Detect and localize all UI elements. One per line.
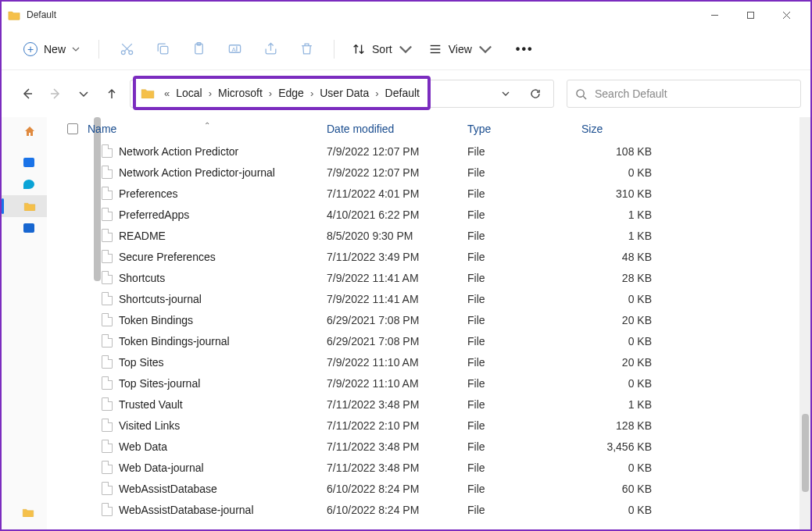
file-date: 7/9/2022 11:41 AM [327, 272, 467, 284]
select-all-checkbox[interactable] [67, 117, 88, 141]
table-row[interactable]: PreferredApps4/10/2021 6:22 PMFile1 KB [59, 204, 810, 225]
new-button[interactable]: + New [16, 37, 88, 61]
file-name-cell[interactable]: WebAssistDatabase [88, 482, 327, 495]
file-name: Visited Links [119, 419, 180, 432]
file-icon [102, 419, 113, 432]
table-row[interactable]: Token Bindings-journal6/29/2021 7:08 PMF… [59, 330, 810, 351]
paste-button[interactable] [182, 34, 215, 64]
file-name-cell[interactable]: Token Bindings [88, 313, 327, 326]
column-header-size[interactable]: Size [581, 117, 656, 141]
table-row[interactable]: WebAssistDatabase6/10/2022 8:24 PMFile60… [59, 478, 810, 499]
file-date: 8/5/2020 9:30 PM [327, 230, 467, 242]
table-row[interactable]: Trusted Vault7/11/2022 3:48 PMFile1 KB [59, 394, 810, 415]
file-name-cell[interactable]: Network Action Predictor-journal [88, 166, 327, 179]
address-dropdown-button[interactable] [492, 82, 519, 105]
file-size: 3,456 KB [581, 440, 656, 453]
nav-item[interactable] [2, 151, 47, 173]
back-button[interactable] [14, 80, 41, 107]
share-button[interactable] [254, 34, 287, 64]
table-row[interactable]: Shortcuts-journal7/9/2022 11:41 AMFile0 … [59, 288, 810, 309]
file-name-cell[interactable]: Visited Links [88, 419, 327, 432]
table-row[interactable]: Visited Links7/11/2022 2:10 PMFile128 KB [59, 415, 810, 436]
copy-button[interactable] [146, 34, 179, 64]
sort-button[interactable]: Sort [345, 37, 419, 61]
file-type: File [467, 272, 581, 284]
file-date: 7/11/2022 3:48 PM [327, 462, 467, 474]
new-label: New [44, 43, 66, 55]
file-name-cell[interactable]: PreferredApps [88, 208, 327, 221]
file-name-cell[interactable]: Secure Preferences [88, 250, 327, 263]
table-row[interactable]: Token Bindings6/29/2021 7:08 PMFile20 KB [59, 309, 810, 330]
nav-scrollbar-thumb[interactable] [94, 117, 101, 281]
delete-button[interactable] [290, 34, 323, 64]
file-type: File [467, 419, 581, 432]
breadcrumb-item[interactable]: Microsoft [216, 87, 264, 99]
table-row[interactable]: Secure Preferences7/11/2022 3:49 PMFile4… [59, 246, 810, 267]
column-header-date[interactable]: Date modified [327, 117, 467, 141]
table-row[interactable]: Network Action Predictor7/9/2022 12:07 P… [59, 141, 810, 162]
file-name-cell[interactable]: Top Sites [88, 355, 327, 369]
file-date: 4/10/2021 6:22 PM [327, 208, 467, 221]
file-name-cell[interactable]: Token Bindings-journal [88, 334, 327, 347]
file-date: 7/9/2022 11:10 AM [327, 356, 467, 369]
minimize-button[interactable] [696, 2, 732, 27]
more-button[interactable]: ••• [508, 37, 542, 61]
breadcrumb-item[interactable]: Edge [277, 87, 306, 99]
refresh-button[interactable] [522, 82, 549, 105]
file-name-cell[interactable]: Network Action Predictor [88, 144, 327, 158]
file-name-cell[interactable]: README [88, 229, 327, 242]
breadcrumb-item[interactable]: User Data [318, 87, 370, 99]
nav-item[interactable] [2, 217, 47, 239]
table-row[interactable]: Shortcuts7/9/2022 11:41 AMFile28 KB [59, 267, 810, 288]
maximize-button[interactable] [732, 2, 768, 27]
table-row[interactable]: Web Data7/11/2022 3:48 PMFile3,456 KB [59, 436, 810, 457]
file-size: 1 KB [581, 230, 656, 242]
svg-line-20 [583, 96, 586, 99]
file-icon [102, 334, 113, 347]
file-list[interactable]: ⌃ Name Date modified Type Size Network A… [59, 117, 810, 529]
up-button[interactable] [98, 80, 125, 107]
nav-item[interactable] [2, 173, 47, 195]
rename-button[interactable]: A [218, 34, 251, 64]
forward-button[interactable] [42, 80, 69, 107]
table-row[interactable]: Web Data-journal7/11/2022 3:48 PMFile0 K… [59, 457, 810, 478]
file-name-cell[interactable]: Web Data-journal [88, 461, 327, 474]
file-name-cell[interactable]: WebAssistDatabase-journal [88, 503, 327, 516]
cut-button[interactable] [110, 34, 143, 64]
table-row[interactable]: Network Action Predictor-journal7/9/2022… [59, 162, 810, 183]
table-row[interactable]: Top Sites7/9/2022 11:10 AMFile20 KB [59, 351, 810, 372]
breadcrumb-item[interactable]: Default [384, 87, 421, 99]
view-button[interactable]: View [422, 37, 499, 61]
breadcrumb-item[interactable]: Local [174, 87, 203, 99]
address-bar[interactable]: « Local › Microsoft › Edge › User Data ›… [130, 80, 554, 108]
file-name-cell[interactable]: Shortcuts [88, 271, 327, 284]
table-row[interactable]: Top Sites-journal7/9/2022 11:10 AMFile0 … [59, 372, 810, 394]
column-header-type[interactable]: Type [467, 117, 581, 141]
nav-item-selected[interactable] [2, 195, 47, 217]
table-row[interactable]: WebAssistDatabase-journal6/10/2022 8:24 … [59, 499, 810, 520]
file-name-cell[interactable]: Preferences [88, 187, 327, 200]
file-icon [102, 355, 113, 369]
content-area: ⌃ Name Date modified Type Size Network A… [2, 117, 810, 529]
list-scrollbar-thumb[interactable] [802, 414, 809, 492]
file-name-cell[interactable]: Shortcuts-journal [88, 292, 327, 305]
nav-item[interactable] [22, 506, 34, 520]
file-name: Shortcuts-journal [119, 293, 202, 305]
nav-home[interactable] [2, 120, 47, 142]
list-scrollbar-track[interactable] [799, 117, 810, 529]
table-row[interactable]: README8/5/2020 9:30 PMFile1 KB [59, 225, 810, 246]
file-name-cell[interactable]: Trusted Vault [88, 397, 327, 411]
file-name-cell[interactable]: Top Sites-journal [88, 376, 327, 390]
file-name: README [119, 230, 166, 242]
recent-button[interactable] [70, 80, 97, 107]
table-row[interactable]: Preferences7/11/2022 4:01 PMFile310 KB [59, 183, 810, 204]
chevron-down-icon [478, 42, 492, 56]
file-size: 28 KB [581, 272, 656, 284]
address-row: « Local › Microsoft › Edge › User Data ›… [2, 70, 810, 117]
close-button[interactable] [768, 2, 804, 27]
file-name-cell[interactable]: Web Data [88, 440, 327, 453]
navigation-pane[interactable] [2, 117, 47, 529]
file-size: 1 KB [581, 398, 656, 411]
search-input[interactable] [595, 87, 792, 100]
search-box[interactable] [567, 80, 801, 108]
